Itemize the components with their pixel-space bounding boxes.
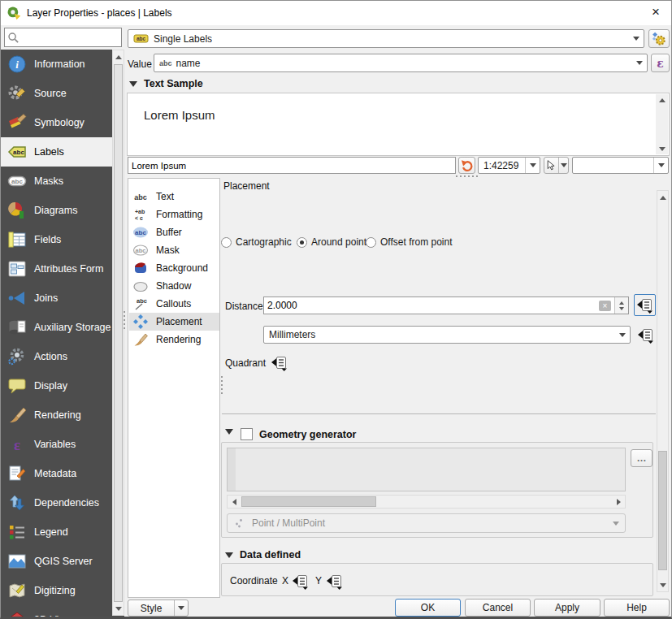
- sidebar-item-auxiliary-storage[interactable]: Auxiliary Storage: [1, 313, 112, 342]
- sidebar-item-symbology[interactable]: Symbology: [1, 108, 112, 137]
- scroll-right-icon[interactable]: [612, 496, 625, 508]
- sidebar-item-fields[interactable]: Fields: [1, 225, 112, 254]
- sidebar-item-information[interactable]: i Information: [1, 50, 112, 79]
- spinner-buttons[interactable]: [614, 297, 628, 314]
- attributes-form-icon: [7, 258, 28, 279]
- distance-input[interactable]: [264, 299, 599, 312]
- sidebar-item-3d-view[interactable]: 3D View: [1, 605, 112, 619]
- scroll-up-icon[interactable]: [113, 50, 124, 63]
- coordinate-label: Coordinate: [230, 575, 278, 587]
- radio-around-point[interactable]: Around point: [297, 236, 366, 248]
- text-sample-header[interactable]: Text Sample: [129, 78, 203, 89]
- placement-scrollbar[interactable]: [657, 190, 669, 592]
- automated-placement-settings-button[interactable]: [648, 29, 670, 48]
- panel-splitter-handle[interactable]: [456, 175, 457, 177]
- sidebar-item-label: Fields: [34, 234, 61, 245]
- sidebar-item-dependencies[interactable]: Dependencies: [1, 488, 112, 517]
- spin-up-icon[interactable]: [619, 301, 624, 305]
- distance-units-select[interactable]: Millimeters: [263, 326, 631, 344]
- reset-sample-button[interactable]: [458, 157, 475, 174]
- units-data-defined-button[interactable]: [636, 326, 655, 344]
- sidebar-item-variables[interactable]: ε Variables: [1, 430, 112, 459]
- sidebar-scrollbar-thumb[interactable]: [114, 64, 123, 602]
- 3d-view-icon: [7, 609, 28, 619]
- labeling-mode-select[interactable]: abc Single Labels: [128, 29, 644, 48]
- expression-builder-button[interactable]: ε: [651, 54, 670, 72]
- sidebar-splitter-handle[interactable]: [124, 311, 125, 313]
- chevron-down-icon[interactable]: [558, 158, 569, 173]
- sidebar-item-metadata[interactable]: Metadata: [1, 459, 112, 488]
- distance-spinbox[interactable]: ×: [263, 297, 629, 314]
- collapse-arrow-icon: [225, 429, 233, 435]
- apply-button[interactable]: Apply: [534, 599, 600, 617]
- map-settings-button[interactable]: [544, 157, 569, 174]
- tab-label: Buffer: [156, 227, 182, 238]
- sidebar-item-joins[interactable]: Joins: [1, 284, 112, 313]
- help-button[interactable]: Help: [604, 599, 670, 617]
- quadrant-data-defined-button[interactable]: [270, 353, 288, 372]
- sidebar-item-rendering[interactable]: Rendering: [1, 400, 112, 430]
- svg-text:abc: abc: [13, 149, 24, 156]
- coordinate-x-data-defined-button[interactable]: [291, 572, 310, 591]
- radio-offset-from-point[interactable]: Offset from point: [366, 236, 452, 248]
- tab-buffer[interactable]: abc Buffer: [129, 223, 219, 241]
- clear-value-icon[interactable]: ×: [599, 301, 611, 311]
- geometry-generator-checkbox[interactable]: [241, 428, 253, 440]
- data-defined-header[interactable]: Data defined: [225, 549, 301, 561]
- close-icon[interactable]: ×: [642, 1, 670, 24]
- scroll-down-icon[interactable]: [113, 602, 124, 615]
- value-field-select[interactable]: abc name: [154, 54, 648, 72]
- sidebar-item-labels[interactable]: abc Labels: [1, 137, 112, 167]
- radio-label: Around point: [311, 236, 366, 248]
- scroll-down-icon[interactable]: [657, 578, 668, 591]
- sample-text-field[interactable]: [128, 157, 456, 174]
- scroll-down-icon[interactable]: [656, 143, 668, 154]
- h-scrollbar-thumb[interactable]: [241, 496, 376, 507]
- tab-mask[interactable]: abc Mask: [129, 241, 219, 259]
- editor-h-scrollbar[interactable]: [227, 495, 626, 509]
- coordinate-y-label: Y: [315, 575, 322, 587]
- sample-text-input[interactable]: [128, 160, 455, 171]
- distance-data-defined-button[interactable]: [634, 294, 656, 316]
- preview-scrollbar[interactable]: [656, 94, 668, 154]
- labeling-mode-value: Single Labels: [154, 33, 212, 45]
- sidebar-item-legend[interactable]: Legend: [1, 517, 112, 547]
- sidebar-item-actions[interactable]: Actions: [1, 342, 112, 371]
- sidebar-scrollbar[interactable]: [112, 50, 124, 616]
- preview-scale-select[interactable]: 1:42259: [478, 157, 540, 174]
- placement-scrollbar-thumb[interactable]: [658, 451, 667, 570]
- tab-rendering[interactable]: Rendering: [129, 331, 219, 348]
- scroll-up-icon[interactable]: [656, 94, 668, 106]
- sidebar-item-masks[interactable]: abc Masks: [1, 167, 112, 196]
- geometry-generator-header[interactable]: [225, 429, 240, 435]
- sidebar-item-attributes-form[interactable]: Attributes Form: [1, 254, 112, 284]
- sidebar-item-qgis-server[interactable]: QGIS Server: [1, 547, 112, 576]
- sidebar-item-diagrams[interactable]: Diagrams: [1, 196, 112, 225]
- tab-shadow[interactable]: Shadow: [129, 277, 219, 295]
- scroll-up-icon[interactable]: [657, 191, 668, 204]
- coordinate-y-data-defined-button[interactable]: [325, 572, 344, 591]
- radio-cartographic[interactable]: Cartographic: [221, 236, 292, 248]
- scroll-left-icon[interactable]: [228, 496, 241, 508]
- tab-text[interactable]: abc Text: [129, 188, 219, 206]
- geometry-type-select[interactable]: Point / MultiPoint: [227, 513, 626, 533]
- sidebar-item-source[interactable]: Source: [1, 79, 112, 108]
- expression-more-button[interactable]: …: [631, 449, 652, 467]
- search-input[interactable]: [20, 31, 113, 44]
- sample-background-select[interactable]: [572, 157, 669, 174]
- cancel-button[interactable]: Cancel: [465, 599, 531, 617]
- geometry-generator-title: Geometry generator: [259, 429, 356, 440]
- tab-background[interactable]: Background: [129, 259, 219, 277]
- sidebar-item-display[interactable]: Display: [1, 371, 112, 400]
- ok-button[interactable]: OK: [395, 599, 461, 617]
- radio-label: Cartographic: [236, 236, 292, 248]
- tab-callouts[interactable]: abc Callouts: [129, 295, 219, 313]
- spin-down-icon[interactable]: [619, 307, 624, 310]
- tab-formatting[interactable]: +ab< c Formatting: [129, 206, 219, 223]
- sidebar-item-digitizing[interactable]: Digitizing: [1, 576, 112, 605]
- geometry-expression-editor[interactable]: [227, 448, 626, 491]
- style-menu-button[interactable]: Style: [128, 600, 189, 617]
- content-splitter-handle[interactable]: [221, 376, 223, 378]
- title-bar[interactable]: Layer Properties - places | Labels ×: [1, 1, 671, 25]
- tab-placement[interactable]: Placement: [129, 313, 219, 331]
